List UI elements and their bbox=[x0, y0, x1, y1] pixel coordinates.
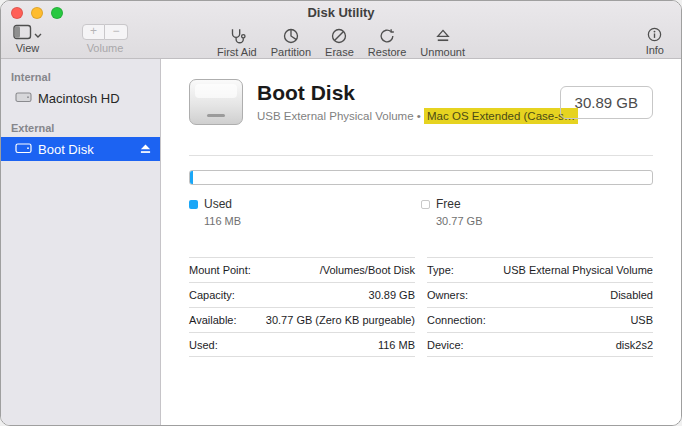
sidebar-item-label: Macintosh HD bbox=[38, 91, 120, 106]
detail-label: Capacity: bbox=[189, 289, 235, 301]
detail-row-used: Used: 116 MB bbox=[189, 332, 415, 357]
legend-used-label: Used bbox=[204, 197, 232, 211]
sidebar-section-external: External Boot Disk bbox=[1, 120, 160, 161]
info-icon bbox=[646, 25, 663, 43]
sidebar-item-boot-disk[interactable]: Boot Disk bbox=[1, 137, 160, 161]
detail-row-type: Type: USB External Physical Volume bbox=[427, 257, 653, 282]
volume-subtitle: USB External Physical Volume • Mac OS Ex… bbox=[257, 110, 546, 122]
sidebar-section-internal: Internal Macintosh HD bbox=[1, 69, 160, 110]
detail-label: Connection: bbox=[427, 314, 486, 326]
details-table-left: Mount Point: /Volumes/Boot Disk Capacity… bbox=[189, 257, 415, 357]
detail-label: Type: bbox=[427, 264, 454, 276]
detail-value: 30.77 GB (Zero KB purgeable) bbox=[266, 314, 415, 326]
section-divider bbox=[189, 155, 653, 156]
restore-icon bbox=[378, 27, 396, 45]
view-button-label: View bbox=[16, 42, 40, 54]
used-swatch-icon bbox=[189, 200, 198, 209]
detail-row-connection: Connection: USB bbox=[427, 307, 653, 332]
external-drive-icon bbox=[189, 79, 243, 125]
detail-value: disk2s2 bbox=[616, 339, 653, 351]
unmount-button[interactable]: Unmount bbox=[413, 25, 472, 58]
capacity-bar-used bbox=[190, 171, 193, 184]
volume-group: + − Volume bbox=[75, 23, 135, 54]
volume-subtitle-prefix: USB External Physical Volume • bbox=[257, 110, 424, 122]
detail-label: Used: bbox=[189, 339, 218, 351]
external-disk-icon bbox=[15, 141, 32, 158]
detail-value: Disabled bbox=[610, 289, 653, 301]
sidebar-header-external: External bbox=[1, 120, 160, 137]
detail-value: 116 MB bbox=[378, 339, 415, 351]
erase-button[interactable]: Erase bbox=[318, 25, 361, 58]
toolbar-center-group: First Aid Partition Erase bbox=[210, 25, 472, 58]
volume-title-block: Boot Disk USB External Physical Volume •… bbox=[257, 82, 546, 121]
detail-value: USB bbox=[630, 314, 653, 326]
unmount-icon bbox=[434, 27, 452, 45]
internal-disk-icon bbox=[15, 90, 32, 107]
remove-volume-button[interactable]: − bbox=[105, 24, 128, 40]
partition-label: Partition bbox=[271, 46, 311, 58]
main-panel: Boot Disk USB External Physical Volume •… bbox=[161, 59, 681, 425]
info-label: Info bbox=[646, 44, 664, 56]
view-button[interactable]: View bbox=[11, 23, 49, 54]
capacity-legend: Used 116 MB Free 30.77 GB bbox=[189, 197, 653, 227]
window-title: Disk Utility bbox=[1, 5, 681, 20]
detail-row-available: Available: 30.77 GB (Zero KB purgeable) bbox=[189, 307, 415, 332]
volume-format-highlight: Mac OS Extended (Case-s… bbox=[424, 108, 578, 124]
restore-button[interactable]: Restore bbox=[361, 25, 414, 58]
detail-label: Owners: bbox=[427, 289, 468, 301]
volume-title: Boot Disk bbox=[257, 82, 546, 104]
sidebar: Internal Macintosh HD External Boot Disk bbox=[1, 59, 161, 425]
add-volume-button[interactable]: + bbox=[82, 24, 105, 40]
toolbar: View + − Volume First Aid bbox=[1, 23, 681, 58]
details-section: Mount Point: /Volumes/Boot Disk Capacity… bbox=[189, 257, 653, 357]
free-swatch-icon bbox=[421, 200, 430, 209]
partition-button[interactable]: Partition bbox=[264, 25, 318, 58]
volume-group-label: Volume bbox=[87, 42, 124, 54]
sidebar-item-label: Boot Disk bbox=[38, 142, 94, 157]
content-area: Internal Macintosh HD External Boot Disk bbox=[1, 59, 681, 425]
partition-icon bbox=[282, 27, 300, 45]
volume-size-badge: 30.89 GB bbox=[560, 86, 653, 119]
titlebar[interactable]: Disk Utility bbox=[1, 1, 681, 23]
detail-value: /Volumes/Boot Disk bbox=[320, 264, 415, 276]
sidebar-item-macintosh-hd[interactable]: Macintosh HD bbox=[1, 86, 160, 110]
first-aid-button[interactable]: First Aid bbox=[210, 25, 264, 58]
detail-label: Device: bbox=[427, 339, 464, 351]
detail-value: 30.89 GB bbox=[369, 289, 415, 301]
detail-label: Available: bbox=[189, 314, 237, 326]
restore-label: Restore bbox=[368, 46, 407, 58]
sidebar-header-internal: Internal bbox=[1, 69, 160, 86]
eject-button[interactable] bbox=[139, 143, 152, 155]
legend-used-value: 116 MB bbox=[204, 215, 421, 227]
first-aid-icon bbox=[228, 27, 246, 45]
disk-utility-window: Disk Utility View + − Vo bbox=[0, 0, 682, 426]
detail-row-capacity: Capacity: 30.89 GB bbox=[189, 282, 415, 307]
first-aid-label: First Aid bbox=[217, 46, 257, 58]
legend-free-label: Free bbox=[436, 197, 461, 211]
legend-free-value: 30.77 GB bbox=[436, 215, 653, 227]
detail-row-owners: Owners: Disabled bbox=[427, 282, 653, 307]
info-button[interactable]: Info bbox=[639, 23, 671, 56]
detail-row-mount-point: Mount Point: /Volumes/Boot Disk bbox=[189, 257, 415, 282]
details-table-right: Type: USB External Physical Volume Owner… bbox=[427, 257, 653, 357]
unmount-label: Unmount bbox=[420, 46, 465, 58]
legend-free: Free 30.77 GB bbox=[421, 197, 653, 227]
detail-value: USB External Physical Volume bbox=[503, 264, 653, 276]
detail-label: Mount Point: bbox=[189, 264, 251, 276]
sidebar-view-icon bbox=[13, 23, 32, 41]
window-header: Disk Utility View + − Vo bbox=[1, 1, 681, 59]
detail-row-device: Device: disk2s2 bbox=[427, 332, 653, 357]
erase-icon bbox=[330, 27, 348, 45]
erase-label: Erase bbox=[325, 46, 354, 58]
volume-header: Boot Disk USB External Physical Volume •… bbox=[189, 79, 653, 125]
chevron-down-icon bbox=[34, 29, 42, 41]
legend-used: Used 116 MB bbox=[189, 197, 421, 227]
capacity-bar bbox=[189, 170, 653, 185]
